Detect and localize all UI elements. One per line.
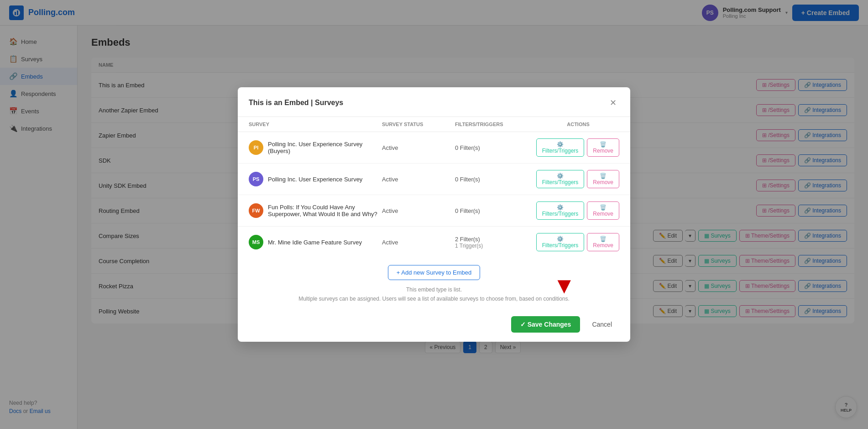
survey-name-cell: FW Fun Polls: If You Could Have Any Supe… bbox=[249, 203, 382, 218]
save-changes-button[interactable]: ✓ Save Changes bbox=[511, 316, 580, 333]
survey-name: Fun Polls: If You Could Have Any Superpo… bbox=[268, 204, 382, 217]
survey-status: Active bbox=[382, 239, 455, 246]
survey-status: Active bbox=[382, 176, 455, 183]
survey-filters: 0 Filter(s) bbox=[455, 144, 537, 151]
filters-triggers-button[interactable]: ⚙️ Filters/Triggers bbox=[536, 138, 585, 157]
remove-button[interactable]: 🗑️ Remove bbox=[587, 170, 619, 188]
survey-filters: 0 Filter(s) bbox=[455, 176, 537, 183]
modal-surveys-container: PI Polling Inc. User Experience Survey (… bbox=[238, 132, 630, 258]
survey-status: Active bbox=[382, 144, 455, 151]
modal-close-button[interactable]: ✕ bbox=[607, 96, 619, 109]
modal-table-header: SURVEY SURVEY STATUS FILTERS/TRIGGERS AC… bbox=[238, 117, 630, 132]
modal-col-status: SURVEY STATUS bbox=[382, 122, 455, 127]
red-arrow-icon: ▼ bbox=[553, 274, 576, 297]
modal-action-group: ⚙️ Filters/Triggers 🗑️ Remove bbox=[537, 138, 619, 157]
filters-triggers-button[interactable]: ⚙️ Filters/Triggers bbox=[536, 201, 585, 220]
filters-triggers-button[interactable]: ⚙️ Filters/Triggers bbox=[536, 170, 585, 188]
survey-avatar: PI bbox=[249, 140, 263, 155]
survey-name: Mr. Mine Idle Game Feature Survey bbox=[268, 239, 362, 246]
survey-name: Polling Inc. User Experience Survey (Buy… bbox=[268, 141, 382, 154]
modal-action-group: ⚙️ Filters/Triggers 🗑️ Remove bbox=[537, 201, 619, 220]
modal-header: This is an Embed | Surveys ✕ bbox=[238, 87, 630, 117]
modal: This is an Embed | Surveys ✕ SURVEY SURV… bbox=[238, 87, 630, 341]
survey-avatar: FW bbox=[249, 203, 263, 218]
modal-title: This is an Embed | Surveys bbox=[249, 99, 343, 107]
survey-filters: 0 Filter(s) bbox=[455, 207, 537, 214]
survey-status: Active bbox=[382, 207, 455, 214]
survey-avatar: PS bbox=[249, 172, 263, 186]
modal-survey-row: PI Polling Inc. User Experience Survey (… bbox=[238, 132, 630, 164]
filters-triggers-button[interactable]: ⚙️ Filters/Triggers bbox=[536, 233, 585, 251]
modal-survey-row: MS Mr. Mine Idle Game Feature Survey Act… bbox=[238, 227, 630, 258]
modal-action-group: ⚙️ Filters/Triggers 🗑️ Remove bbox=[537, 233, 619, 251]
cancel-button[interactable]: Cancel bbox=[585, 316, 619, 333]
modal-action-row: ✓ Save Changes Cancel bbox=[238, 311, 630, 342]
survey-avatar: MS bbox=[249, 235, 263, 249]
add-survey-button[interactable]: + Add new Survey to Embed bbox=[388, 265, 480, 280]
remove-button[interactable]: 🗑️ Remove bbox=[587, 233, 619, 251]
modal-col-actions: ACTIONS bbox=[537, 122, 619, 127]
modal-survey-row: PS Polling Inc. User Experience Survey A… bbox=[238, 164, 630, 195]
survey-name: Polling Inc. User Experience Survey bbox=[268, 176, 362, 183]
modal-action-group: ⚙️ Filters/Triggers 🗑️ Remove bbox=[537, 170, 619, 188]
survey-name-cell: PI Polling Inc. User Experience Survey (… bbox=[249, 140, 382, 155]
survey-name-cell: PS Polling Inc. User Experience Survey bbox=[249, 172, 382, 186]
remove-button[interactable]: 🗑️ Remove bbox=[587, 201, 619, 220]
modal-col-filters: FILTERS/TRIGGERS bbox=[455, 122, 537, 127]
remove-button[interactable]: 🗑️ Remove bbox=[587, 138, 619, 157]
survey-name-cell: MS Mr. Mine Idle Game Feature Survey bbox=[249, 235, 382, 249]
survey-filters: 2 Filter(s)1 Trigger(s) bbox=[455, 236, 537, 249]
modal-col-survey: SURVEY bbox=[249, 122, 382, 127]
modal-overlay[interactable]: This is an Embed | Surveys ✕ SURVEY SURV… bbox=[0, 0, 868, 429]
modal-survey-row: FW Fun Polls: If You Could Have Any Supe… bbox=[238, 195, 630, 227]
